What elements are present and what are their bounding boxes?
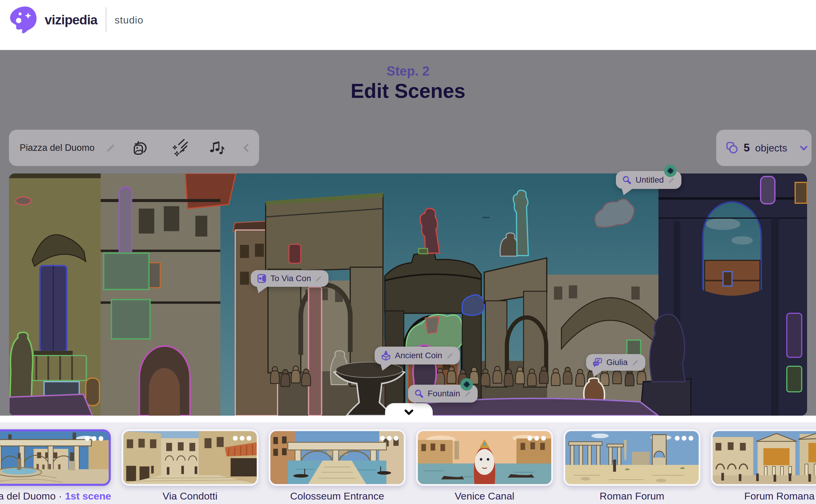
object-tag-label: Untitled [636, 175, 664, 185]
workspace-name: studio [115, 14, 143, 26]
scene-thumb-venice-canal[interactable] [416, 429, 553, 486]
scene-label-colosseum-entrance: Colosseum Entrance [290, 490, 384, 502]
thumb-menu-dots[interactable] [233, 436, 251, 441]
shapes-icon [725, 141, 739, 155]
scene-label-piazza-del-duomo: Piazza del Duomo·1st scene [0, 490, 111, 502]
thumb-menu-dots[interactable] [675, 436, 693, 441]
scene-thumb-piazza-del-duomo[interactable] [0, 429, 111, 486]
objects-dropdown[interactable]: 5 objects [716, 130, 812, 166]
scene-thumb-via-condotti[interactable] [121, 429, 259, 486]
objects-label: objects [755, 142, 787, 154]
puzzle-icon [667, 167, 674, 174]
edit-pencil-icon[interactable] [632, 359, 640, 367]
scene-status: 1st scene [65, 490, 111, 502]
edit-pencil-icon[interactable] [105, 142, 116, 154]
collapse-drawer-button[interactable] [385, 403, 433, 422]
dialogue-icon [592, 357, 603, 368]
scene-thumb-roman-forum[interactable] [563, 429, 701, 486]
header-divider [106, 7, 106, 32]
vizipedia-logo-icon [9, 6, 37, 34]
scene-thumb-colosseum-entrance[interactable] [269, 429, 406, 486]
object-tag-label: Ancient Coin [395, 351, 442, 360]
scene-label-forum-romana: Forum Romana [744, 490, 815, 502]
tag-pointer [592, 370, 603, 377]
thumb-menu-dots[interactable] [380, 436, 398, 441]
object-tag-fountain[interactable]: Fountain [408, 385, 478, 403]
app-header: vizipedia studio [0, 0, 816, 50]
puzzle-icon [463, 381, 470, 388]
thumb-menu-dots[interactable] [527, 436, 546, 441]
object-tag-untitled[interactable]: Untitled [616, 171, 681, 189]
tag-pointer [381, 364, 391, 371]
page-title: Edit Scenes [0, 79, 816, 102]
edit-pencil-icon[interactable] [315, 275, 323, 283]
puzzle-badge [664, 165, 677, 177]
scene-canvas[interactable] [9, 173, 807, 416]
puzzle-badge [460, 378, 473, 391]
scene-label-venice-canal: Venice Canal [455, 490, 514, 502]
scene-label-via-condotti: Via Condotti [162, 490, 218, 502]
magnifier-icon [622, 175, 632, 185]
scene-thumb-forum-romana[interactable] [711, 429, 816, 486]
app-stage: vizipedia studio Step. 2 Edit Scenes Pia… [0, 0, 816, 504]
edit-pencil-icon[interactable] [668, 176, 676, 184]
effects-icon[interactable] [170, 138, 189, 157]
object-tag-ancient-coin[interactable]: Ancient Coin [375, 347, 460, 364]
tag-pointer [622, 189, 633, 195]
object-tag-to-via-con[interactable]: To Via Con [251, 270, 329, 287]
scene-label-roman-forum: Roman Forum [599, 490, 664, 502]
portal-icon [257, 273, 267, 284]
chevron-down-icon [402, 408, 416, 417]
object-tag-label: To Via Con [271, 274, 311, 283]
regenerate-image-icon[interactable] [132, 138, 151, 157]
magnifier-icon [414, 389, 424, 399]
item-box-icon [381, 350, 391, 361]
step-label: Step. 2 [0, 64, 816, 79]
scene-name: Piazza del Duomo [20, 130, 95, 166]
tag-pointer [257, 287, 268, 293]
scene-separator: · [59, 490, 62, 502]
scene-illustration [9, 173, 807, 416]
scene-name: Piazza del Duomo [0, 490, 56, 502]
objects-count: 5 [744, 142, 750, 154]
brand-name: vizipedia [45, 12, 97, 27]
object-tag-giulia[interactable]: Giulia [586, 354, 645, 371]
chevron-down-icon [798, 143, 809, 153]
object-tag-label: Giulia [606, 358, 628, 367]
scene-toolbar: Piazza del Duomo [9, 130, 259, 166]
collapse-left-icon[interactable] [240, 142, 252, 154]
music-icon[interactable] [207, 138, 226, 157]
thumb-menu-dots[interactable] [85, 436, 103, 441]
edit-pencil-icon[interactable] [446, 352, 454, 360]
edit-pencil-icon[interactable] [464, 390, 472, 398]
object-tag-label: Fountain [428, 389, 460, 398]
